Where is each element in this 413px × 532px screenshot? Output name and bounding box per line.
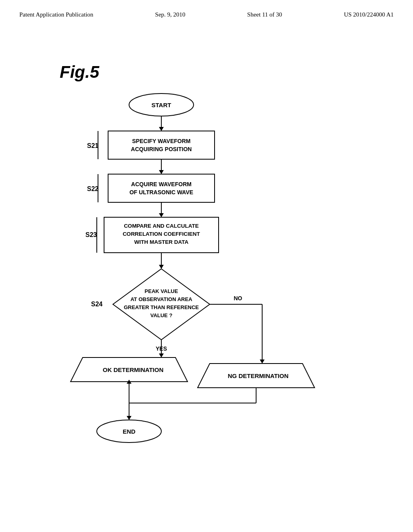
svg-rect-7: [108, 174, 215, 202]
s22-line1: ACQUIRE WAVEFORM: [131, 181, 192, 187]
svg-marker-20: [260, 360, 265, 364]
sheet-label: Sheet 11 of 30: [247, 11, 282, 18]
no-label: NO: [234, 295, 242, 301]
svg-marker-2: [159, 127, 164, 131]
s21-step-label: S21: [87, 142, 99, 149]
s22-line2: OF ULTRASONIC WAVE: [129, 189, 193, 195]
patent-number: US 2010/224000 A1: [344, 11, 394, 18]
s24-line4: VALUE ?: [150, 312, 173, 318]
svg-rect-3: [108, 131, 215, 159]
s23-line1: COMPARE AND CALCULATE: [124, 223, 199, 229]
s22-step-label: S22: [87, 185, 99, 192]
flowchart-diagram: START SPECIFY WAVEFORM ACQUIRING POSITIO…: [0, 81, 413, 504]
ok-determination-label: OK DETERMINATION: [103, 366, 164, 373]
svg-marker-6: [159, 170, 164, 174]
publication-label: Patent Application Publication: [19, 11, 93, 18]
date-label: Sep. 9, 2010: [155, 11, 186, 18]
s21-line1: SPECIFY WAVEFORM: [132, 138, 191, 144]
s23-step-label: S23: [86, 231, 97, 238]
yes-label: YES: [156, 345, 167, 352]
start-label: START: [152, 102, 171, 108]
svg-marker-14: [159, 265, 164, 269]
s24-step-label: S24: [91, 301, 103, 308]
s24-line3: GREATER THAN REFERENCE: [124, 304, 199, 310]
s21-line2: ACQUIRING POSITION: [131, 146, 192, 152]
s23-line2: CORRELATION COEFFICIENT: [123, 231, 200, 237]
s24-line1: PEAK VALUE: [145, 288, 178, 294]
svg-marker-28: [127, 416, 131, 420]
end-label: END: [123, 428, 136, 435]
s23-line3: WITH MASTER DATA: [134, 239, 189, 245]
svg-marker-17: [159, 353, 164, 357]
page-header: Patent Application Publication Sep. 9, 2…: [0, 0, 413, 18]
ng-determination-label: NG DETERMINATION: [228, 372, 289, 379]
svg-marker-10: [159, 213, 164, 217]
s24-line2: AT OBSERVATION AREA: [130, 296, 192, 302]
figure-title: Fig.5: [60, 62, 99, 82]
